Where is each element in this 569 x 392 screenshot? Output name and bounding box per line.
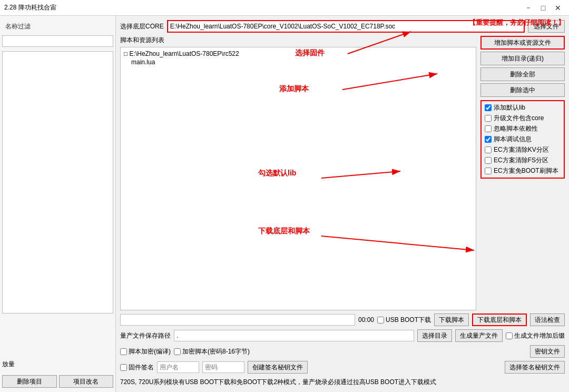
delete-all-button[interactable]: 删除全部 — [480, 67, 565, 81]
list-item: main.lua — [123, 58, 474, 66]
select-sign-key-button[interactable]: 选择签名秘钥文件 — [505, 361, 565, 374]
append-suffix-label: 生成文件增加后缀 — [514, 331, 565, 340]
ec-clear-kv-label: EC方案清除KV分区 — [494, 145, 549, 154]
checkbox-ec-fs-row: EC方案清除FS分区 — [485, 156, 561, 165]
ec-no-boot-checkbox[interactable] — [485, 168, 492, 174]
encrypt1-label: 脚本加密(编译) — [129, 347, 171, 356]
create-sign-key-button[interactable]: 创建签名秘钥文件 — [248, 361, 308, 374]
encrypt2-checkbox[interactable] — [174, 348, 181, 355]
encrypt2-row: 加密脚本(密码8-16字节) — [174, 347, 250, 356]
scripts-list: □ E:\HeZhou_learn\LuatOS-780EP\rc522 mai… — [120, 47, 476, 310]
script-debug-label: 脚本调试信息 — [494, 135, 532, 144]
scripts-title: 脚本和资源列表 — [120, 36, 476, 45]
encrypt1-checkbox[interactable] — [120, 348, 127, 355]
main-window: 2.28 降功耗找合宙 － □ ✕ 名称过滤 放量 删除项目 项目改名 选择底层… — [0, 0, 569, 392]
encrypt-row: 脚本加密(编译) 加密脚本(密码8-16字节) 密钥文件 — [120, 345, 565, 358]
ec-no-boot-label: EC方案免BOOT刷脚本 — [494, 166, 558, 175]
core-row: 选择底层CORE 选择文件 — [120, 20, 565, 33]
ec-clear-fs-checkbox[interactable] — [485, 157, 492, 164]
scripts-left: 脚本和资源列表 □ E:\HeZhou_learn\LuatOS-780EP\r… — [120, 36, 476, 310]
usb-boot-label: USB BOOT下载 — [386, 316, 431, 325]
upgrade-include-core-checkbox[interactable] — [485, 115, 492, 122]
checkbox-upgrade-core-row: 升级文件包含core — [485, 114, 561, 123]
add-default-lib-checkbox[interactable] — [485, 104, 492, 111]
content-area: 选择底层CORE 选择文件 脚本和资源列表 □ E:\HeZhou_learn\… — [116, 16, 569, 392]
sidebar-bottom: 删除项目 项目改名 — [2, 375, 113, 388]
core-label: 选择底层CORE — [120, 22, 164, 31]
core-path-input[interactable] — [167, 20, 525, 33]
main-layout: 名称过滤 放量 删除项目 项目改名 选择底层CORE 选择文件 脚本和资源列表 — [0, 16, 569, 392]
ignore-deps-label: 忽略脚本依赖性 — [494, 124, 538, 133]
add-script-button[interactable]: 增加脚本或资源文件 — [480, 36, 565, 50]
ec-clear-kv-checkbox[interactable] — [485, 146, 492, 153]
select-dir-button[interactable]: 选择目录 — [417, 329, 452, 342]
gen-mass-button[interactable]: 生成量产文件 — [455, 329, 503, 342]
list-item: □ E:\HeZhou_learn\LuatOS-780EP\rc522 — [123, 50, 474, 58]
checkboxes-group: 添加默认lib 升级文件包含core 忽略脚本依赖性 脚本调试信息 — [480, 100, 565, 179]
key-file-button[interactable]: 密钥文件 — [530, 345, 565, 358]
maximize-button[interactable]: □ — [536, 3, 550, 13]
delete-project-button[interactable]: 删除项目 — [2, 375, 57, 388]
add-dir-button[interactable]: 增加目录(递归) — [480, 52, 565, 65]
count-label: 放量 — [2, 358, 113, 371]
ignore-deps-checkbox[interactable] — [485, 125, 492, 132]
encrypt1-row: 脚本加密(编译) — [120, 347, 171, 356]
scripts-right: 增加脚本或资源文件 增加目录(递归) 删除全部 删除选中 添加默认lib 升级文… — [480, 36, 565, 310]
scripts-panel: 脚本和资源列表 □ E:\HeZhou_learn\LuatOS-780EP\r… — [120, 36, 565, 310]
syntax-check-button[interactable]: 语法检查 — [530, 313, 565, 326]
filter-input[interactable] — [2, 35, 113, 47]
usb-boot-checkbox[interactable] — [377, 317, 384, 324]
download-script-button[interactable]: 下载脚本 — [434, 313, 469, 326]
checkbox-ec-kv-row: EC方案清除KV分区 — [485, 145, 561, 154]
sign-checkbox[interactable] — [120, 364, 127, 371]
download-row: 00:00 USB BOOT下载 下载脚本 下载底层和脚本 语法检查 — [120, 313, 565, 326]
checkbox-ec-boot-row: EC方案免BOOT刷脚本 — [485, 166, 561, 175]
titlebar-buttons: － □ ✕ — [522, 3, 565, 13]
time-label: 00:00 — [358, 316, 374, 324]
checkbox-ignore-deps-row: 忽略脚本依赖性 — [485, 124, 561, 133]
sign-row: 固件签名 创建签名秘钥文件 选择签名秘钥文件 — [120, 361, 565, 374]
mass-path-input[interactable] — [174, 330, 414, 341]
close-button[interactable]: ✕ — [551, 3, 565, 13]
password-input[interactable] — [202, 361, 244, 373]
footer-note: 720S, 720U系列模块有USB BOOT下载和免BOOT下载2种模式，量产… — [120, 377, 565, 388]
append-suffix-row: 生成文件增加后缀 — [506, 331, 565, 340]
mass-production-row: 量产文件保存路径 选择目录 生成量产文件 生成文件增加后缀 — [120, 329, 565, 342]
path-label: 量产文件保存路径 — [120, 331, 171, 340]
append-suffix-checkbox[interactable] — [506, 332, 513, 339]
upgrade-include-core-label: 升级文件包含core — [494, 114, 544, 123]
delete-selected-button[interactable]: 删除选中 — [480, 83, 565, 97]
usb-boot-row: USB BOOT下载 — [377, 316, 431, 325]
checkbox-script-debug-row: 脚本调试信息 — [485, 135, 561, 144]
filter-label: 名称过滤 — [2, 20, 113, 33]
select-file-button[interactable]: 选择文件 — [528, 20, 565, 33]
ec-clear-fs-label: EC方案清除FS分区 — [494, 156, 548, 165]
username-input[interactable] — [157, 361, 199, 373]
titlebar: 2.28 降功耗找合宙 － □ ✕ — [0, 0, 569, 16]
rename-project-button[interactable]: 项目改名 — [59, 375, 114, 388]
sign-checkbox-row: 固件签名 — [120, 363, 154, 372]
script-debug-checkbox[interactable] — [485, 136, 492, 143]
download-all-button[interactable]: 下载底层和脚本 — [472, 313, 527, 326]
sidebar: 名称过滤 放量 删除项目 项目改名 — [0, 16, 116, 392]
project-list — [2, 51, 113, 313]
minimize-button[interactable]: － — [522, 3, 535, 13]
window-title: 2.28 降功耗找合宙 — [4, 3, 56, 12]
progress-bar — [120, 314, 355, 326]
sign-label: 固件签名 — [129, 363, 154, 372]
checkbox-add-lib-row: 添加默认lib — [485, 103, 561, 112]
add-default-lib-label: 添加默认lib — [494, 103, 525, 112]
encrypt2-label: 加密脚本(密码8-16字节) — [182, 347, 250, 356]
